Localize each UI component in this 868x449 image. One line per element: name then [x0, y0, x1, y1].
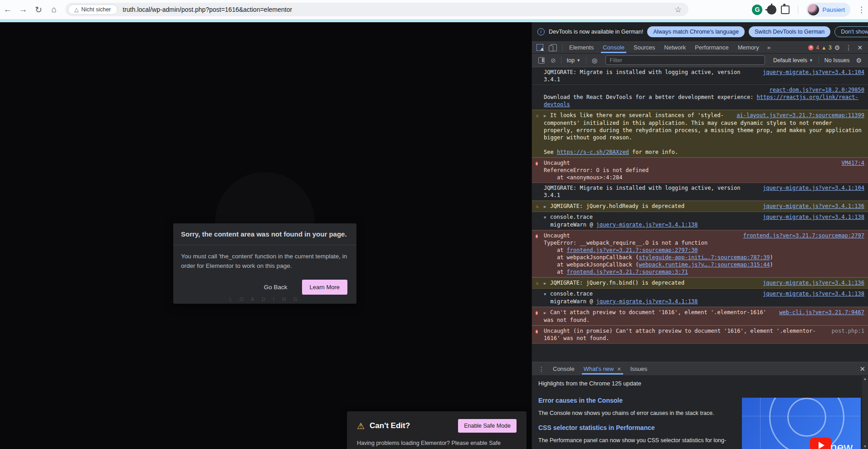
go-back-button[interactable]: Go Back — [261, 283, 290, 291]
devtools-tab-memory[interactable]: Memory — [733, 42, 764, 53]
chevron-down-icon: ▼ — [576, 58, 580, 63]
drawer-close-icon[interactable]: ✕ — [859, 365, 865, 373]
expand-caret-icon[interactable]: ▶ — [544, 280, 550, 287]
devtools-tab-console[interactable]: Console — [598, 42, 629, 53]
security-label: Nicht sicher — [81, 6, 111, 13]
message-link[interactable]: frontend.js?ver=3.21.7:sourcemap:3:71 — [567, 269, 688, 275]
expand-caret-icon[interactable]: ▶ — [544, 203, 550, 210]
devtools-tab-elements[interactable]: Elements — [565, 42, 598, 53]
devtools-close-icon[interactable]: ✕ — [854, 44, 865, 51]
devtools-tab-network[interactable]: Network — [660, 42, 691, 53]
execution-context-select[interactable]: top▼ — [563, 57, 584, 64]
devtools-panel: i DevTools is now available in German! A… — [532, 22, 868, 449]
drawer-tab-console[interactable]: Console — [548, 364, 579, 375]
devtools-tab-sources[interactable]: Sources — [629, 42, 660, 53]
message-gutter: ✕ — [536, 309, 544, 324]
message-content: jquery-migrate.js?ver=3.4.1:104JQMIGRATE… — [544, 184, 864, 199]
message-gutter — [536, 213, 544, 228]
message-source-link[interactable]: ai-layout.js?ver=3.21.7:sourcemap:11399 — [736, 112, 864, 119]
message-content: web-cli.js?ver=3.21.7:9467▶Can't attach … — [544, 309, 864, 324]
switch-to-german-button[interactable]: Switch DevTools to German — [749, 26, 830, 37]
error-badge-icon[interactable]: ✕ — [808, 45, 814, 50]
drawer-scrollbar[interactable]: ▲ ▼ — [862, 376, 868, 449]
message-link[interactable]: jquery-migrate.js?ver=3.4.1:138 — [596, 222, 698, 228]
message-source-link[interactable]: jquery-migrate.js?ver=3.4.1:138 — [763, 290, 864, 297]
devtools-menu-icon[interactable]: ⋮ — [843, 44, 854, 51]
expand-caret-icon[interactable]: ▶ — [544, 112, 550, 119]
learn-more-button[interactable]: Learn More — [302, 280, 347, 295]
profile-chip[interactable]: Pausiert — [806, 3, 850, 17]
scroll-up-icon[interactable]: ▲ — [863, 377, 867, 381]
address-bar[interactable]: △ Nicht sicher truth.local/wp-admin/post… — [65, 3, 688, 16]
expand-caret-icon[interactable]: ▼ — [544, 291, 550, 298]
devtools-tab-performance[interactable]: Performance — [690, 42, 733, 53]
message-content: react-dom.js?ver=18.2.0:29850 Download t… — [544, 86, 864, 108]
message-source-link[interactable]: jquery-migrate.js?ver=3.4.1:136 — [763, 279, 864, 286]
console-filter-input[interactable] — [605, 55, 765, 65]
reload-icon[interactable]: ↻ — [31, 2, 46, 17]
drawer-tab-issues[interactable]: Issues — [626, 364, 652, 375]
message-gutter: ⚠ — [536, 279, 544, 287]
enable-safe-mode-button[interactable]: Enable Safe Mode — [458, 419, 517, 433]
console-message-error: ✕web-cli.js?ver=3.21.7:9467▶Can't attach… — [532, 307, 868, 326]
warning-badge-icon[interactable]: ▲ — [821, 45, 826, 50]
match-language-button[interactable]: Always match Chrome's language — [647, 26, 745, 37]
message-source-link[interactable]: react-dom.js?ver=18.2.0:29850 — [769, 86, 864, 94]
scroll-down-icon[interactable]: ▼ — [863, 444, 867, 449]
message-link[interactable]: styleguide-app-initi….7:sourcemap:787:39 — [639, 254, 770, 261]
error-icon: ✕ — [536, 162, 538, 166]
whats-new-video-thumbnail[interactable]: new — [742, 398, 861, 449]
expand-caret-icon[interactable]: ▶ — [544, 309, 550, 316]
message-source-link[interactable]: jquery-migrate.js?ver=3.4.1:104 — [763, 184, 864, 192]
issues-counter[interactable]: No Issues — [821, 57, 853, 64]
more-tabs-icon[interactable]: » — [764, 44, 773, 51]
message-source-link[interactable]: web-cli.js?ver=3.21.7:9467 — [779, 309, 864, 316]
log-levels-select[interactable]: Default levels▼ — [770, 57, 817, 64]
forward-icon[interactable]: → — [15, 2, 31, 17]
tab-close-icon[interactable]: ✕ — [617, 366, 621, 372]
message-source-link[interactable]: VM417:4 — [841, 159, 864, 167]
dont-show-again-button[interactable]: Don't show again — [834, 26, 868, 37]
message-link[interactable]: https://s-c.sh/2BAXzed — [557, 149, 629, 155]
console-message-error: ✕post.php:1Uncaught (in promise) Can't a… — [532, 326, 868, 344]
whats-new-item-title[interactable]: Error causes in the Console — [538, 397, 740, 404]
message-link[interactable]: webpack.runtime.js?v….7:sourcemap:315:44 — [639, 262, 770, 268]
infobar-text: DevTools is now available in German! — [549, 29, 643, 35]
expand-caret-icon[interactable]: ▼ — [544, 214, 550, 221]
extension-bug-icon[interactable] — [767, 5, 776, 15]
message-link[interactable]: https://reactjs.org/link/react-devtools — [544, 94, 858, 108]
back-icon[interactable]: ← — [0, 2, 15, 17]
bookmark-star-icon[interactable]: ☆ — [670, 2, 686, 17]
extensions-puzzle-icon[interactable] — [781, 5, 790, 14]
device-toolbar-icon[interactable] — [551, 44, 557, 51]
clear-console-icon[interactable]: ⊘ — [547, 57, 559, 64]
grammarly-extension-icon[interactable]: G — [752, 5, 762, 15]
drawer-tabs: ConsoleWhat's new✕Issues — [548, 362, 652, 375]
info-icon: i — [537, 28, 545, 35]
drawer-menu-icon[interactable]: ⋮ — [535, 365, 548, 373]
live-expression-eye-icon[interactable]: ◎ — [588, 57, 601, 64]
message-source-link[interactable]: frontend.js?ver=3.21.7:sourcemap:2797 — [743, 232, 864, 239]
console-sidebar-icon[interactable] — [538, 57, 545, 64]
inspect-element-icon[interactable] — [536, 44, 543, 51]
home-icon[interactable]: ⌂ — [46, 2, 62, 17]
browser-menu-icon[interactable]: ⋮ — [858, 5, 865, 15]
message-source-link[interactable]: jquery-migrate.js?ver=3.4.1:138 — [763, 213, 864, 221]
devtools-tabs: ElementsConsoleSourcesNetworkPerformance… — [565, 42, 764, 53]
drawer-tab-what-s-new[interactable]: What's new✕ — [579, 364, 626, 375]
url-text[interactable]: truth.local/wp-admin/post.php?post=1616&… — [123, 6, 293, 13]
youtube-play-icon[interactable] — [810, 438, 832, 449]
dialog-title: Sorry, the content area was not found in… — [173, 223, 356, 245]
devtools-settings-gear-icon[interactable]: ⚙ — [832, 44, 843, 51]
message-link[interactable]: jquery-migrate.js?ver=3.4.1:138 — [596, 298, 698, 305]
message-line: Uncaught — [544, 159, 864, 167]
whats-new-item-title[interactable]: CSS selector statistics in Performance — [538, 424, 740, 431]
console-message-warn: ⚠jquery-migrate.js?ver=3.4.1:136▶JQMIGRA… — [532, 201, 868, 212]
message-content: jquery-migrate.js?ver=3.4.1:138▼console.… — [544, 290, 864, 305]
not-secure-warning-icon: △ — [74, 6, 78, 13]
message-source-link[interactable]: jquery-migrate.js?ver=3.4.1:136 — [763, 202, 864, 210]
security-chip[interactable]: △ Nicht sicher — [68, 5, 117, 15]
message-source-link[interactable]: jquery-migrate.js?ver=3.4.1:104 — [763, 69, 864, 76]
console-settings-gear-icon[interactable]: ⚙ — [853, 57, 864, 64]
message-link[interactable]: frontend.js?ver=3.21.7:sourcemap:2797:30 — [567, 247, 698, 253]
